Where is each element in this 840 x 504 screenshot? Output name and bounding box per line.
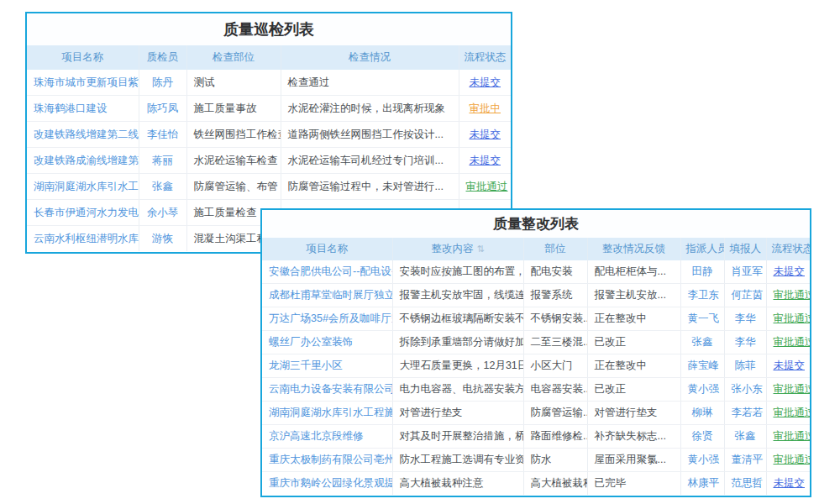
project-name-link[interactable]: 云南电力设备安装有限公司20... bbox=[269, 383, 392, 395]
cell-project-name: 云南电力设备安装有限公司20... bbox=[262, 378, 392, 402]
status-link[interactable]: 审批通过 bbox=[774, 289, 811, 301]
cell-flow-status: 审批中 bbox=[459, 96, 511, 122]
inspector-link[interactable]: 游恢 bbox=[152, 233, 173, 244]
col-header-project-name: 项目名称 bbox=[262, 238, 392, 260]
inspector-link[interactable]: 张鑫 bbox=[152, 181, 173, 192]
table-row: 珠海市城市更新项目紫...陈丹测试检查通过未提交 bbox=[27, 70, 511, 96]
cell-assignee: 李卫东 bbox=[680, 284, 724, 307]
status-link[interactable]: 未提交 bbox=[470, 76, 501, 88]
assignee-link[interactable]: 黄小强 bbox=[688, 383, 720, 395]
col-header-assignee: 指派人员 bbox=[680, 238, 724, 260]
reporter-link[interactable]: 李华 bbox=[735, 336, 756, 348]
assignee-link[interactable]: 柳琳 bbox=[692, 407, 713, 418]
project-name-link[interactable]: 京沪高速北京段维修 bbox=[269, 430, 364, 442]
reporter-link[interactable]: 李若若 bbox=[732, 407, 764, 418]
reporter-link[interactable]: 李华 bbox=[735, 312, 756, 324]
cell-project-name: 湖南洞庭湖水库引水工... bbox=[27, 174, 139, 200]
assignee-link[interactable]: 张鑫 bbox=[692, 336, 713, 348]
inspection-header-row: 项目名称质检员检查部位检查情况流程状态 bbox=[27, 45, 511, 70]
rectify-feedback-text: 已改正 bbox=[595, 336, 627, 348]
project-name-link[interactable]: 龙湖三千里小区 bbox=[269, 360, 343, 371]
status-link[interactable]: 审批通过 bbox=[774, 383, 811, 395]
reporter-link[interactable]: 董清平 bbox=[732, 454, 764, 465]
inspector-link[interactable]: 余小琴 bbox=[147, 207, 179, 218]
check-part-text: 施工质量检查 bbox=[194, 207, 257, 218]
project-name-link[interactable]: 珠海市城市更新项目紫... bbox=[34, 76, 139, 88]
table-row: 重庆市鹅岭公园绿化景观提升...高大植被栽种注意高大植被栽种已完毕林康平范思哲未… bbox=[262, 472, 810, 496]
cell-rectify-content: 防水工程施工选调有专业资质... bbox=[392, 449, 523, 472]
status-link[interactable]: 未提交 bbox=[470, 155, 501, 166]
project-name-link[interactable]: 成都杜甫草堂临时展厅独立展... bbox=[269, 289, 392, 301]
assignee-link[interactable]: 薛宝峰 bbox=[688, 360, 720, 371]
col-header-check-part: 检查部位 bbox=[186, 45, 281, 70]
assignee-link[interactable]: 黄一飞 bbox=[688, 312, 720, 324]
assignee-link[interactable]: 田静 bbox=[692, 265, 713, 277]
status-link[interactable]: 审批通过 bbox=[774, 430, 811, 442]
cell-project-name: 京沪高速北京段维修 bbox=[262, 425, 392, 449]
check-part-text: 防腐管运输、布管 bbox=[194, 181, 278, 192]
project-name-link[interactable]: 螺丝厂办公室装饰 bbox=[269, 336, 353, 348]
project-name-link[interactable]: 改建铁路成渝线增建第... bbox=[34, 155, 139, 166]
inspector-link[interactable]: 陈丹 bbox=[152, 76, 173, 88]
reporter-link[interactable]: 张小东 bbox=[732, 383, 764, 395]
assignee-link[interactable]: 黄小强 bbox=[688, 454, 720, 465]
project-name-link[interactable]: 重庆太极制药有限公司亳州中... bbox=[269, 454, 392, 465]
project-name-link[interactable]: 重庆市鹅岭公园绿化景观提升... bbox=[269, 477, 392, 489]
cell-part: 电容器安装... bbox=[523, 378, 587, 402]
cell-inspector: 陈巧凤 bbox=[139, 96, 186, 122]
status-link[interactable]: 未提交 bbox=[774, 477, 806, 489]
reporter-link[interactable]: 肖亚军 bbox=[732, 265, 764, 277]
part-text: 防腐管运输... bbox=[531, 407, 588, 418]
assignee-link[interactable]: 林康平 bbox=[688, 477, 720, 489]
cell-part: 配电安装 bbox=[523, 260, 587, 284]
assignee-link[interactable]: 徐贤 bbox=[692, 430, 713, 442]
project-name-link[interactable]: 长春市伊通河水力发电... bbox=[34, 207, 139, 218]
inspector-link[interactable]: 蒋丽 bbox=[152, 155, 173, 166]
cell-part: 不锈钢安装... bbox=[523, 307, 587, 331]
rectify-content-text: 对管进行垫支 bbox=[400, 407, 463, 418]
col-header-label: 部位 bbox=[545, 243, 566, 255]
cell-part: 防腐管运输... bbox=[523, 402, 587, 425]
reporter-link[interactable]: 范思哲 bbox=[732, 477, 764, 489]
col-header-inspector: 质检员 bbox=[139, 45, 186, 70]
status-link[interactable]: 未提交 bbox=[774, 360, 806, 371]
status-link[interactable]: 审批通过 bbox=[774, 454, 811, 465]
cell-inspector: 张鑫 bbox=[139, 174, 186, 200]
cell-rectify-feedback: 已完毕 bbox=[587, 472, 680, 496]
status-link[interactable]: 未提交 bbox=[470, 129, 501, 140]
project-name-link[interactable]: 万达广场35#会所及咖啡厅空... bbox=[269, 312, 392, 324]
inspector-link[interactable]: 陈巧凤 bbox=[147, 102, 179, 114]
cell-part: 防水 bbox=[523, 449, 587, 472]
cell-rectify-feedback: 已改正 bbox=[587, 378, 680, 402]
project-name-link[interactable]: 湖南洞庭湖水库引水工程施工标 bbox=[269, 407, 392, 418]
status-link[interactable]: 审批通过 bbox=[774, 336, 811, 348]
project-name-link[interactable]: 珠海鹤港口建设 bbox=[34, 102, 108, 114]
reporter-link[interactable]: 何芷茵 bbox=[732, 289, 764, 301]
project-name-link[interactable]: 湖南洞庭湖水库引水工... bbox=[34, 181, 139, 192]
cell-rectify-content: 不锈钢边框玻璃隔断安装不牢... bbox=[392, 307, 523, 331]
table-row: 安徽合肥供电公司--配电设备...安装时应按施工图的布置，将...配电安装配电柜… bbox=[262, 260, 810, 284]
cell-project-name: 珠海鹤港口建设 bbox=[27, 96, 139, 122]
col-header-label: 填报人 bbox=[730, 243, 762, 255]
rectify-feedback-text: 正在整改中 bbox=[595, 312, 648, 324]
project-name-link[interactable]: 安徽合肥供电公司--配电设备... bbox=[269, 265, 392, 277]
inspector-link[interactable]: 李佳怡 bbox=[147, 129, 179, 140]
cell-reporter: 李华 bbox=[724, 307, 766, 331]
status-link[interactable]: 审批通过 bbox=[466, 181, 508, 192]
col-header-label: 项目名称 bbox=[61, 51, 103, 63]
status-link[interactable]: 审批通过 bbox=[774, 312, 811, 324]
check-part-text: 水泥砼运输车检查 bbox=[194, 155, 278, 166]
reporter-link[interactable]: 张鑫 bbox=[735, 430, 756, 442]
project-name-link[interactable]: 改建铁路线增建第二线... bbox=[34, 129, 139, 140]
reporter-link[interactable]: 陈菲 bbox=[735, 360, 756, 371]
cell-flow-status: 审批通过 bbox=[766, 331, 810, 354]
cell-project-name: 万达广场35#会所及咖啡厅空... bbox=[262, 307, 392, 331]
status-link[interactable]: 审批通过 bbox=[774, 407, 811, 418]
project-name-link[interactable]: 云南水利枢纽潜明水库... bbox=[34, 233, 139, 244]
cell-flow-status: 审批通过 bbox=[766, 449, 810, 472]
sort-icon[interactable]: ⇅ bbox=[476, 244, 484, 254]
status-link[interactable]: 审批中 bbox=[470, 102, 501, 114]
status-link[interactable]: 未提交 bbox=[774, 265, 806, 277]
col-header-label: 指派人员 bbox=[686, 243, 725, 255]
assignee-link[interactable]: 李卫东 bbox=[688, 289, 720, 301]
